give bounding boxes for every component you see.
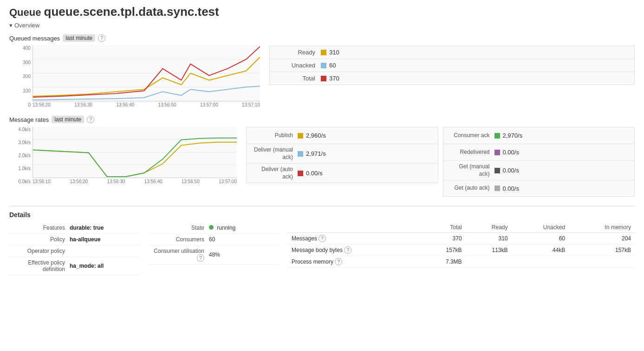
chevron-down-icon: ▾ [9,22,13,29]
col-header-name [288,222,420,233]
unacked-label: Unacked [274,62,321,69]
state-value: running [209,225,235,231]
publish-value: 2,960/s [298,132,326,139]
process-memory-ready [466,256,512,268]
message-rates-badge[interactable]: last minute [52,116,84,123]
ready-label: Ready [274,49,321,56]
messages-ready: 310 [466,233,512,245]
deliver-auto-label: Deliver (auto ack) [251,166,298,180]
state-label: State [149,225,209,231]
queued-messages-y-labels: 4003002001000 [13,46,31,107]
total-stat-row: Total 370 [269,72,635,85]
get-auto-color [494,185,500,191]
consumer-util-label: Consumer utilisation ? [149,248,209,262]
get-auto-label: Get (auto ack) [448,185,494,192]
publish-label: Publish [251,132,298,139]
queued-messages-row: 4003002001000 [9,46,635,107]
messages-stats-row: Messages ? 370 310 60 204 [288,233,635,245]
consumer-ack-label: Consumer ack [448,132,494,139]
features-label: Features [9,225,70,231]
unacked-color [321,63,326,68]
consumer-util-help[interactable]: ? [197,254,204,262]
effective-policy-value: ha_mode: all [70,263,104,269]
message-bytes-row: Message body bytes ? 157kB 113kB 44kB 15… [288,245,635,256]
redelivered-label: Redelivered [448,149,494,156]
queue-name: queue.scene.tpl.data.sync.test [44,5,219,19]
details-left-col: Features durable: true Policy ha-allqueu… [9,222,139,275]
consumer-ack-color [494,133,500,139]
operator-policy-row: Operator policy [9,245,139,257]
message-rates-stats: Publish 2,960/s Deliver (manual ack) 2,9… [246,127,635,197]
consumers-row: Consumers 60 [149,234,279,245]
deliver-auto-color [298,171,303,176]
total-label: Total [274,75,321,82]
messages-in-memory: 204 [569,233,635,245]
ready-color [321,50,326,55]
get-auto-row: Get (auto ack) 0.00/s [443,180,635,197]
get-manual-color [494,168,500,173]
process-memory-row: Process memory ? 7.3MB [288,256,635,268]
queued-messages-section: Queued messages last minute ? 4003002001… [9,34,635,107]
consumer-util-value: 48% [209,252,220,258]
total-color [321,76,326,81]
message-rates-x-labels: 13:56:1013:56:2013:56:3013:56:4013:56:50… [33,179,237,184]
process-memory-label: Process memory ? [288,256,420,268]
message-rates-y-labels: 4.0k/s3.0k/s2.0k/s1.0k/s0.0k/s [13,127,31,184]
consumer-ack-value: 2,970/s [494,132,523,139]
queued-messages-chart-wrapper: 4003002001000 [33,46,260,107]
message-rates-label: Message rates last minute ? [9,116,635,123]
messages-total: 370 [420,233,466,245]
features-row: Features durable: true [9,222,139,234]
operator-policy-label: Operator policy [9,248,70,254]
queued-messages-help[interactable]: ? [98,34,105,42]
messages-row-label: Messages ? [288,233,420,245]
queue-prefix: Queue [9,7,41,18]
messages-unacked: 60 [511,233,569,245]
col-header-in-memory: In memory [569,222,635,233]
queued-messages-badge[interactable]: last minute [63,34,95,42]
details-title: Details [9,206,635,219]
message-bytes-in-memory: 157kB [569,245,635,256]
policy-value: ha-allqueue [70,236,101,243]
details-section: Details Features durable: true Policy ha… [9,206,635,275]
details-stats-table: Total Ready Unacked In memory Messages ?… [288,222,635,268]
details-grid: Features durable: true Policy ha-allqueu… [9,222,635,275]
queued-messages-chart [33,46,260,101]
redelivered-color [494,150,500,155]
process-memory-unacked [511,256,569,268]
message-bytes-ready: 113kB [466,245,512,256]
message-rates-row: 4.0k/s3.0k/s2.0k/s1.0k/s0.0k/s [9,127,635,197]
total-value: 370 [321,75,339,82]
consumer-util-row: Consumer utilisation ? 48% [149,245,279,265]
deliver-manual-row: Deliver (manual ack) 2,971/s [246,144,438,163]
running-dot-icon [209,225,214,230]
deliver-manual-value: 2,971/s [298,150,326,157]
message-rates-help[interactable]: ? [87,116,94,123]
message-rates-chart [33,127,237,178]
get-manual-row: Get (manual ack) 0.00/s [443,160,635,180]
details-right-col: Total Ready Unacked In memory Messages ?… [288,222,635,275]
ready-stat-row: Ready 310 [269,46,635,59]
policy-label: Policy [9,236,70,243]
get-manual-value: 0.00/s [494,167,519,174]
process-memory-total: 7.3MB [420,256,466,268]
deliver-manual-label: Deliver (manual ack) [251,146,298,161]
message-rates-chart-wrapper: 4.0k/s3.0k/s2.0k/s1.0k/s0.0k/s [33,127,237,184]
overview-toggle[interactable]: ▾ Overview [9,22,635,29]
publish-color [298,133,303,139]
page-title: Queue queue.scene.tpl.data.sync.test [9,5,635,19]
consumers-value: 60 [209,236,215,243]
deliver-manual-color [298,151,303,157]
get-auto-value: 0.00/s [494,185,519,192]
messages-help[interactable]: ? [319,235,326,242]
message-bytes-help[interactable]: ? [344,246,351,254]
effective-policy-row: Effective policy definition ha_mode: all [9,257,139,275]
unacked-stat-row: Unacked 60 [269,59,635,72]
process-memory-help[interactable]: ? [335,258,342,265]
queued-messages-stats: Ready 310 Unacked 60 Total [269,46,635,85]
redelivered-value: 0.00/s [494,149,519,156]
deliver-auto-row: Deliver (auto ack) 0.00/s [246,163,438,183]
get-manual-label: Get (manual ack) [448,163,494,178]
policy-row: Policy ha-allqueue [9,234,139,245]
consumers-label: Consumers [149,236,209,243]
